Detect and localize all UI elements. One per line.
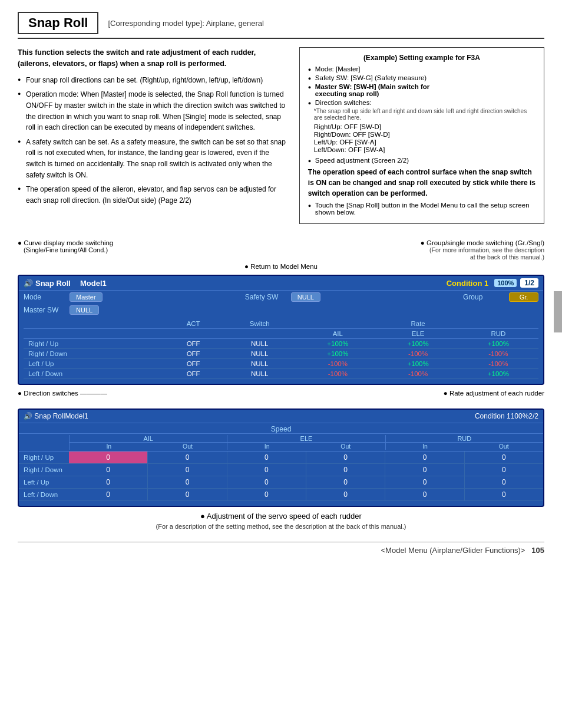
ex-item-speed: Speed adjustment (Screen 2/2) <box>308 157 535 164</box>
ail-in-label: In <box>70 443 148 450</box>
main-content: This function selects the switch and rat… <box>18 47 544 230</box>
col-rate: Rate <box>297 319 538 329</box>
speed-cell-3-3[interactable]: 0 <box>306 489 385 500</box>
side-scroll-bar[interactable] <box>554 291 562 332</box>
footer: <Model Menu (Airplane/Glider Functions)>… <box>18 542 544 555</box>
speed-cell-0-3[interactable]: 0 <box>306 452 385 463</box>
left-up-sw: Left/Up: OFF [SW-A] <box>308 139 535 146</box>
speed-row-3-cells: 0 0 0 0 0 0 <box>69 489 543 500</box>
group-label: Group <box>463 293 504 301</box>
screen-1-title: 🔊 Snap Roll <box>24 279 71 288</box>
speed-cell-2-3[interactable]: 0 <box>306 476 385 488</box>
speed-row-2-label: Left / Up <box>19 477 69 487</box>
table-row[interactable]: Left / Up OFF NULL -100% +100% -100% <box>24 359 538 369</box>
speed-cell-3-5[interactable]: 0 <box>465 489 543 500</box>
group-single-annotation: ● Group/single mode switching (Gr./Sngl)… <box>421 239 544 261</box>
footer-page-num: 105 <box>531 546 544 555</box>
speed-cell-3-0[interactable]: 0 <box>69 489 148 500</box>
screen-1-bottom-annotations: ● Direction switches ———— ● Rate adjustm… <box>18 390 544 397</box>
screen-1-table: ACT Switch Rate AIL ELE RUD <box>24 319 538 379</box>
left-column: This function selects the switch and rat… <box>18 47 287 230</box>
screen-2-panel[interactable]: 🔊 Snap Roll Model1 Condition 1 100% 2/2 … <box>18 409 544 507</box>
screen-1-header: 🔊 Snap Roll Model1 Condition 1 100% 1/2 <box>19 276 543 291</box>
screen-2-model: Model1 <box>65 412 88 420</box>
speed-row-2[interactable]: Left / Up 0 0 0 0 0 0 <box>19 476 543 489</box>
speed-cell-3-2[interactable]: 0 <box>227 489 306 500</box>
speed-cell-0-0[interactable]: 0 <box>69 452 148 463</box>
ail-group-label: AIL <box>70 435 227 443</box>
footer-text: <Model Menu (Airplane/Glider Functions)> <box>381 546 525 555</box>
right-up-sw: Right/Up: OFF [SW-D] <box>308 123 535 130</box>
speed-label: Speed <box>19 423 543 434</box>
screen-2-pct: 100% <box>511 412 529 420</box>
ele-out-label: Out <box>306 443 385 450</box>
speed-cell-2-0[interactable]: 0 <box>69 476 148 488</box>
bullet-1: Four snap roll directions can be set. (R… <box>18 75 287 86</box>
speed-row-1-label: Right / Down <box>19 465 69 475</box>
screen-1-table-wrapper: ACT Switch Rate AIL ELE RUD <box>19 317 543 384</box>
col-ele: ELE <box>378 329 458 339</box>
speaker-icon: 🔊 <box>24 279 33 288</box>
left-down-sw: Left/Down: OFF [SW-A] <box>308 146 535 153</box>
speed-cell-1-2[interactable]: 0 <box>227 464 306 476</box>
group-value[interactable]: Gr. <box>509 292 538 302</box>
speed-cell-0-1[interactable]: 0 <box>148 452 227 463</box>
speed-cell-2-5[interactable]: 0 <box>465 476 543 488</box>
direction-switches-annotation: ● Direction switches ———— <box>18 390 107 397</box>
speed-cell-0-4[interactable]: 0 <box>385 452 464 463</box>
speed-cell-1-4[interactable]: 0 <box>385 464 464 476</box>
speed-cell-3-1[interactable]: 0 <box>148 489 227 500</box>
speed-cell-2-2[interactable]: 0 <box>227 476 306 488</box>
speed-col-headers: AIL In Out ELE In Out RUD In Out <box>19 434 543 452</box>
speed-cell-0-5[interactable]: 0 <box>465 452 543 463</box>
top-annotations: ● Curve display mode switching (Single/F… <box>18 239 544 261</box>
bottom-notes: ● Adjustment of the servo speed of each … <box>18 512 544 530</box>
speed-row-1[interactable]: Right / Down 0 0 0 0 0 0 <box>19 464 543 476</box>
table-row[interactable]: Left / Down OFF NULL -100% -100% +100% <box>24 369 538 379</box>
page-header: Snap Roll [Corresponding model type]: Ai… <box>18 12 544 39</box>
screen-1-page: 1/2 <box>520 278 538 288</box>
speed-cell-1-5[interactable]: 0 <box>465 464 543 476</box>
rud-out-label: Out <box>464 443 543 450</box>
safety-value[interactable]: NULL <box>291 292 320 302</box>
screen-1-panel[interactable]: 🔊 Snap Roll Model1 Condition 1 100% 1/2 … <box>18 275 544 385</box>
table-row[interactable]: Right / Up OFF NULL +100% +100% +100% <box>24 339 538 349</box>
speed-row-2-cells: 0 0 0 0 0 0 <box>69 476 543 488</box>
master-sw-label: Master SW <box>24 306 65 314</box>
speed-cell-1-3[interactable]: 0 <box>306 464 385 476</box>
ele-group-label: ELE <box>227 435 385 443</box>
col-act: ACT <box>165 319 222 329</box>
bullet-4: The operation speed of the aileron, elev… <box>18 184 287 206</box>
ex-item-4: Direction switches: <box>308 99 535 106</box>
table-row[interactable]: Right / Down OFF NULL +100% -100% -100% <box>24 349 538 359</box>
ele-in-label: In <box>227 443 306 450</box>
speed-cell-3-4[interactable]: 0 <box>385 489 464 500</box>
speed-row-0-cells: 0 0 0 0 0 0 <box>69 452 543 463</box>
model-type: [Corresponding model type]: Airplane, ge… <box>108 19 264 28</box>
speed-cell-1-1[interactable]: 0 <box>148 464 227 476</box>
return-menu-annotation: ● Return to Model Menu <box>18 263 544 270</box>
sub-note: *The snap roll up side left and right an… <box>308 108 535 121</box>
speed-cell-1-0[interactable]: 0 <box>69 464 148 476</box>
screen-2-condition: Condition 1 <box>475 412 511 420</box>
ex-item-touch: Touch the [Snap Roll] button in the Mode… <box>308 202 535 216</box>
intro-bold: This function selects the switch and rat… <box>18 47 287 70</box>
speed-row-3[interactable]: Left / Down 0 0 0 0 0 0 <box>19 489 543 501</box>
speed-cell-0-2[interactable]: 0 <box>227 452 306 463</box>
master-sw-value[interactable]: NULL <box>70 305 99 315</box>
screen-1-condition: Condition 1 <box>447 279 489 288</box>
safety-label: Safety SW <box>245 293 286 301</box>
mode-value[interactable]: Master <box>70 292 103 302</box>
col-switch: Switch <box>222 319 297 329</box>
intro-bullets: Four snap roll directions can be set. (R… <box>18 75 287 206</box>
screen-2-page: 2/2 <box>528 412 538 420</box>
master-sw-row: Master SW NULL <box>19 304 543 317</box>
speed-cell-2-1[interactable]: 0 <box>148 476 227 488</box>
speed-row-0[interactable]: Right / Up 0 0 0 0 0 0 <box>19 452 543 464</box>
rate-adjustment-annotation: ● Rate adjustment of each rudder <box>444 390 544 397</box>
example-title: (Example) Setting example for F3A <box>308 54 535 62</box>
screen-1-model: Model1 <box>80 279 107 288</box>
screens-section: ● Curve display mode switching (Single/F… <box>18 239 544 530</box>
curve-display-annotation: ● Curve display mode switching (Single/F… <box>18 239 113 261</box>
speed-cell-2-4[interactable]: 0 <box>385 476 464 488</box>
